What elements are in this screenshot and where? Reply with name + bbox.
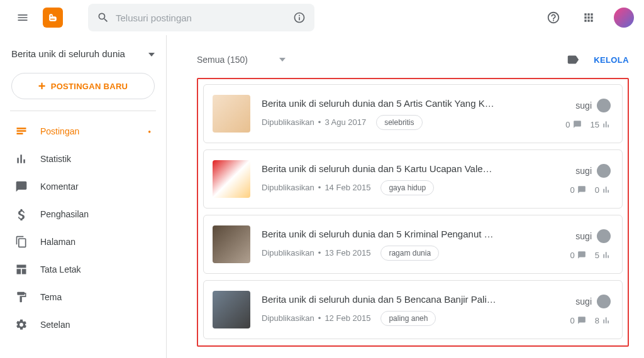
sidebar-item-statistik[interactable]: Statistik (0, 145, 166, 173)
post-author: sugi (575, 164, 611, 178)
post-date: 12 Feb 2015 (325, 313, 370, 323)
post-card[interactable]: Berita unik di seluruh dunia dan 5 Artis… (203, 84, 623, 143)
post-stats: 0 15 (565, 120, 611, 129)
views-count: 5 (595, 251, 611, 260)
author-avatar (597, 99, 611, 112)
post-status: Dipublikasikan (262, 117, 314, 127)
post-title[interactable]: Berita unik di seluruh dunia dan 5 Krimi… (262, 229, 559, 239)
search-bar[interactable] (88, 4, 314, 31)
post-tag[interactable]: paling aneh (380, 311, 436, 326)
author-name: sugi (575, 231, 592, 241)
sidebar-item-tata-letak[interactable]: Tata Letak (0, 256, 166, 283)
views-count: 15 (591, 120, 611, 129)
post-right: sugi 0 8 (570, 295, 611, 325)
post-card[interactable]: Berita unik di seluruh dunia dan 5 Benca… (203, 280, 623, 339)
theme-icon (15, 291, 28, 303)
post-stats: 0 0 (570, 185, 611, 195)
author-name: sugi (575, 100, 592, 111)
user-avatar[interactable] (614, 8, 634, 28)
chevron-down-icon[interactable] (279, 58, 286, 62)
help-icon[interactable] (541, 5, 566, 30)
post-date: 3 Agu 2017 (325, 117, 366, 127)
pages-icon (15, 236, 28, 248)
post-card[interactable]: Berita unik di seluruh dunia dan 5 Krimi… (203, 215, 623, 274)
new-post-label: POSTINGAN BARU (51, 82, 128, 91)
sidebar-item-postingan[interactable]: Postingan ● (0, 117, 166, 145)
dollar-icon (15, 208, 28, 220)
post-stats: 0 8 (570, 316, 611, 325)
sidebar-item-halaman[interactable]: Halaman (0, 228, 166, 256)
post-title[interactable]: Berita unik di seluruh dunia dan 5 Kartu… (262, 163, 559, 174)
sidebar-item-label: Tema (40, 292, 62, 302)
sidebar-item-setelan[interactable]: Setelan (0, 311, 166, 339)
views-count: 8 (595, 316, 611, 325)
post-right: sugi 0 0 (570, 164, 611, 195)
post-tag[interactable]: ragam dunia (380, 246, 439, 261)
tag-icon[interactable] (566, 53, 580, 67)
post-title[interactable]: Berita unik di seluruh dunia dan 5 Benca… (262, 294, 559, 305)
posts-list: Berita unik di seluruh dunia dan 5 Artis… (197, 78, 629, 347)
filter-bar: Semua (150) KELOLA (197, 53, 629, 67)
post-author: sugi (575, 295, 611, 308)
post-tag[interactable]: gaya hidup (380, 180, 434, 195)
post-body: Berita unik di seluruh dunia dan 5 Artis… (262, 98, 554, 130)
post-author: sugi (575, 229, 611, 243)
post-meta: Dipublikasikan • 14 Feb 2015 gaya hidup (262, 180, 559, 195)
post-body: Berita unik di seluruh dunia dan 5 Kartu… (262, 163, 559, 195)
header (0, 0, 644, 35)
views-count: 0 (595, 185, 611, 195)
layout-icon (15, 263, 28, 276)
post-date: 13 Feb 2015 (325, 248, 370, 258)
author-name: sugi (575, 296, 592, 306)
comments-count: 0 (570, 316, 586, 325)
post-meta: Dipublikasikan • 13 Feb 2015 ragam dunia (262, 246, 559, 261)
stats-icon (15, 153, 28, 165)
post-card[interactable]: Berita unik di seluruh dunia dan 5 Kartu… (203, 149, 623, 209)
search-icon (97, 11, 109, 24)
chevron-down-icon (148, 48, 155, 59)
post-icon (15, 125, 28, 138)
post-stats: 0 5 (570, 251, 611, 260)
manage-link[interactable]: KELOLA (594, 55, 629, 65)
post-thumbnail (213, 291, 250, 328)
blog-selector[interactable]: Berita unik di seluruh dunia (0, 44, 166, 69)
sidebar-item-label: Halaman (40, 237, 75, 247)
author-avatar (597, 229, 611, 243)
sidebar-item-label: Postingan (40, 126, 79, 136)
post-title[interactable]: Berita unik di seluruh dunia dan 5 Artis… (262, 98, 554, 109)
post-author: sugi (575, 99, 611, 112)
apps-icon[interactable] (576, 5, 601, 30)
post-status: Dipublikasikan (262, 248, 314, 258)
sidebar-item-komentar[interactable]: Komentar (0, 173, 166, 200)
blogger-logo[interactable] (43, 8, 63, 28)
new-post-button[interactable]: + POSTINGAN BARU (11, 73, 155, 99)
sidebar-item-label: Tata Letak (40, 264, 81, 274)
post-status: Dipublikasikan (262, 183, 314, 192)
comments-count: 0 (565, 120, 581, 129)
post-meta: Dipublikasikan • 12 Feb 2015 paling aneh (262, 311, 559, 326)
post-tag[interactable]: selebritis (376, 115, 422, 130)
comments-count: 0 (570, 185, 586, 195)
comments-count: 0 (570, 251, 586, 260)
filter-label[interactable]: Semua (150) (197, 55, 248, 65)
sidebar-item-label: Statistik (40, 154, 71, 164)
post-date: 14 Feb 2015 (325, 183, 370, 192)
post-body: Berita unik di seluruh dunia dan 5 Krimi… (262, 229, 559, 261)
post-thumbnail (213, 225, 250, 263)
sidebar-item-tema[interactable]: Tema (0, 283, 166, 311)
comments-icon (15, 180, 28, 193)
plus-icon: + (38, 80, 46, 92)
post-status: Dipublikasikan (262, 313, 314, 323)
sidebar-item-penghasilan[interactable]: Penghasilan (0, 200, 166, 228)
settings-icon (15, 318, 28, 331)
post-right: sugi 0 5 (570, 229, 611, 260)
post-meta: Dipublikasikan • 3 Agu 2017 selebritis (262, 115, 554, 130)
sidebar-item-label: Setelan (40, 320, 70, 330)
menu-button[interactable] (10, 5, 35, 30)
info-icon[interactable] (293, 11, 306, 24)
search-input[interactable] (109, 13, 293, 23)
author-avatar (597, 295, 611, 308)
author-avatar (597, 164, 611, 178)
divider (10, 111, 156, 111)
author-name: sugi (575, 166, 592, 176)
